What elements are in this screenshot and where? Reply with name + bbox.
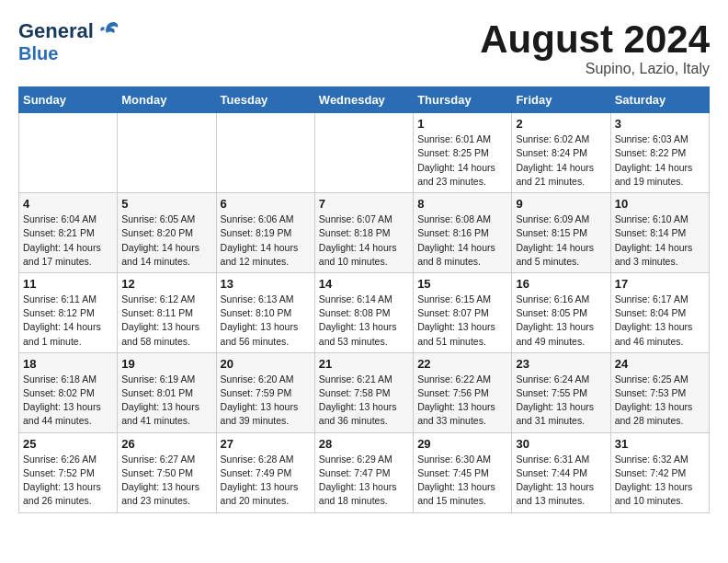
calendar-cell: 11Sunrise: 6:11 AM Sunset: 8:12 PM Dayli… [19,272,118,352]
day-number: 9 [516,197,606,211]
day-number: 31 [615,437,705,451]
day-number: 17 [615,277,705,291]
logo-text-general: General [18,21,94,41]
calendar-cell: 13Sunrise: 6:13 AM Sunset: 8:10 PM Dayli… [216,272,314,352]
day-info: Sunrise: 6:07 AM Sunset: 8:18 PM Dayligh… [319,213,409,269]
day-number: 28 [319,437,409,451]
day-number: 21 [319,357,409,371]
day-info: Sunrise: 6:31 AM Sunset: 7:44 PM Dayligh… [516,453,606,509]
calendar-cell: 17Sunrise: 6:17 AM Sunset: 8:04 PM Dayli… [610,272,709,352]
day-number: 23 [516,357,606,371]
title-block: August 2024 Supino, Lazio, Italy [480,18,710,77]
calendar-cell: 8Sunrise: 6:08 AM Sunset: 8:16 PM Daylig… [414,193,512,273]
day-number: 24 [615,357,705,371]
page-header: General Blue August 2024 Supino, Lazio, … [18,18,710,77]
weekday-header-wednesday: Wednesday [314,87,413,113]
calendar-cell: 18Sunrise: 6:18 AM Sunset: 8:02 PM Dayli… [19,352,118,432]
day-info: Sunrise: 6:30 AM Sunset: 7:45 PM Dayligh… [417,453,507,509]
calendar-cell: 23Sunrise: 6:24 AM Sunset: 7:55 PM Dayli… [512,352,610,432]
day-number: 18 [23,357,113,371]
day-number: 25 [23,437,113,451]
calendar-week-row: 1Sunrise: 6:01 AM Sunset: 8:25 PM Daylig… [19,113,710,193]
day-info: Sunrise: 6:10 AM Sunset: 8:14 PM Dayligh… [615,213,705,269]
weekday-header-monday: Monday [118,87,216,113]
weekday-header-friday: Friday [512,87,610,113]
calendar-cell [19,113,118,193]
calendar-cell [216,113,314,193]
day-number: 29 [417,437,507,451]
day-info: Sunrise: 6:06 AM Sunset: 8:19 PM Dayligh… [221,213,311,269]
day-number: 8 [417,197,507,211]
logo-text-blue: Blue [18,44,58,63]
day-info: Sunrise: 6:04 AM Sunset: 8:21 PM Dayligh… [23,213,113,269]
day-number: 12 [121,277,211,291]
calendar-cell: 19Sunrise: 6:19 AM Sunset: 8:01 PM Dayli… [118,352,216,432]
day-info: Sunrise: 6:28 AM Sunset: 7:49 PM Dayligh… [221,453,311,509]
day-number: 22 [417,357,507,371]
calendar-cell: 26Sunrise: 6:27 AM Sunset: 7:50 PM Dayli… [118,432,216,512]
weekday-header-tuesday: Tuesday [216,87,314,113]
day-info: Sunrise: 6:32 AM Sunset: 7:42 PM Dayligh… [615,453,705,509]
day-number: 3 [615,117,705,131]
calendar-cell: 15Sunrise: 6:15 AM Sunset: 8:07 PM Dayli… [414,272,512,352]
day-number: 14 [319,277,409,291]
calendar-cell: 24Sunrise: 6:25 AM Sunset: 7:53 PM Dayli… [610,352,709,432]
day-info: Sunrise: 6:01 AM Sunset: 8:25 PM Dayligh… [417,132,507,189]
day-number: 5 [121,197,211,211]
day-info: Sunrise: 6:11 AM Sunset: 8:12 PM Dayligh… [23,293,113,349]
day-info: Sunrise: 6:08 AM Sunset: 8:16 PM Dayligh… [417,213,507,269]
calendar-cell: 20Sunrise: 6:20 AM Sunset: 7:59 PM Dayli… [216,352,314,432]
day-number: 27 [221,437,311,451]
day-info: Sunrise: 6:02 AM Sunset: 8:24 PM Dayligh… [516,132,606,189]
logo-bird-icon [96,18,121,44]
day-info: Sunrise: 6:05 AM Sunset: 8:20 PM Dayligh… [121,213,211,269]
day-number: 13 [221,277,311,291]
day-info: Sunrise: 6:03 AM Sunset: 8:22 PM Dayligh… [615,132,705,189]
day-info: Sunrise: 6:19 AM Sunset: 8:01 PM Dayligh… [121,373,211,429]
calendar-cell: 9Sunrise: 6:09 AM Sunset: 8:15 PM Daylig… [512,193,610,273]
day-number: 10 [615,197,705,211]
calendar-cell: 12Sunrise: 6:12 AM Sunset: 8:11 PM Dayli… [118,272,216,352]
day-info: Sunrise: 6:20 AM Sunset: 7:59 PM Dayligh… [221,373,311,429]
day-number: 6 [221,197,311,211]
calendar-header-row: SundayMondayTuesdayWednesdayThursdayFrid… [19,87,710,113]
calendar-week-row: 25Sunrise: 6:26 AM Sunset: 7:52 PM Dayli… [19,432,710,512]
day-number: 1 [417,117,507,131]
day-info: Sunrise: 6:21 AM Sunset: 7:58 PM Dayligh… [319,373,409,429]
logo: General Blue [18,18,121,63]
day-info: Sunrise: 6:17 AM Sunset: 8:04 PM Dayligh… [615,293,705,349]
day-info: Sunrise: 6:29 AM Sunset: 7:47 PM Dayligh… [319,453,409,509]
day-number: 2 [516,117,606,131]
day-info: Sunrise: 6:09 AM Sunset: 8:15 PM Dayligh… [516,213,606,269]
calendar-cell [314,113,413,193]
calendar-cell: 30Sunrise: 6:31 AM Sunset: 7:44 PM Dayli… [512,432,610,512]
weekday-header-thursday: Thursday [414,87,512,113]
calendar-cell: 16Sunrise: 6:16 AM Sunset: 8:05 PM Dayli… [512,272,610,352]
calendar-cell [118,113,216,193]
day-number: 20 [221,357,311,371]
calendar-cell: 14Sunrise: 6:14 AM Sunset: 8:08 PM Dayli… [314,272,413,352]
weekday-header-sunday: Sunday [19,87,118,113]
calendar-cell: 1Sunrise: 6:01 AM Sunset: 8:25 PM Daylig… [414,113,512,193]
calendar-week-row: 18Sunrise: 6:18 AM Sunset: 8:02 PM Dayli… [19,352,710,432]
location: Supino, Lazio, Italy [480,61,710,77]
day-info: Sunrise: 6:26 AM Sunset: 7:52 PM Dayligh… [23,453,113,509]
day-number: 11 [23,277,113,291]
calendar-cell: 22Sunrise: 6:22 AM Sunset: 7:56 PM Dayli… [414,352,512,432]
day-number: 7 [319,197,409,211]
calendar-cell: 6Sunrise: 6:06 AM Sunset: 8:19 PM Daylig… [216,193,314,273]
day-info: Sunrise: 6:15 AM Sunset: 8:07 PM Dayligh… [417,293,507,349]
day-info: Sunrise: 6:16 AM Sunset: 8:05 PM Dayligh… [516,293,606,349]
calendar-cell: 2Sunrise: 6:02 AM Sunset: 8:24 PM Daylig… [512,113,610,193]
day-info: Sunrise: 6:24 AM Sunset: 7:55 PM Dayligh… [516,373,606,429]
day-info: Sunrise: 6:14 AM Sunset: 8:08 PM Dayligh… [319,293,409,349]
day-info: Sunrise: 6:22 AM Sunset: 7:56 PM Dayligh… [417,373,507,429]
calendar-table: SundayMondayTuesdayWednesdayThursdayFrid… [18,86,710,512]
day-info: Sunrise: 6:13 AM Sunset: 8:10 PM Dayligh… [221,293,311,349]
calendar-cell: 31Sunrise: 6:32 AM Sunset: 7:42 PM Dayli… [610,432,709,512]
day-info: Sunrise: 6:27 AM Sunset: 7:50 PM Dayligh… [121,453,211,509]
day-number: 16 [516,277,606,291]
day-info: Sunrise: 6:12 AM Sunset: 8:11 PM Dayligh… [121,293,211,349]
day-number: 4 [23,197,113,211]
calendar-cell: 29Sunrise: 6:30 AM Sunset: 7:45 PM Dayli… [414,432,512,512]
